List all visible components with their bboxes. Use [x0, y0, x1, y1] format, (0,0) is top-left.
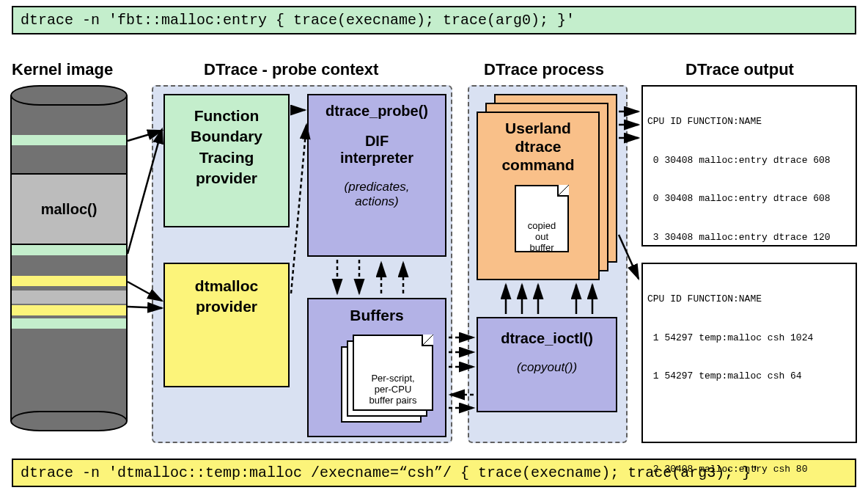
predicates-label: (predicates, actions): [309, 180, 445, 209]
output-row: 1 54297 temp:malloc csh 64: [647, 370, 851, 383]
output-row: 2 30408 malloc:entry csh 80: [647, 463, 851, 476]
buffers-title: Buffers: [309, 307, 445, 324]
output-header: CPU ID FUNCTION:NAME: [647, 293, 851, 306]
dtmalloc-provider: dtmalloc provider: [163, 263, 290, 387]
heading-process: DTrace process: [484, 60, 604, 79]
dtrace-ioctl-box: dtrace_ioctl() (copyout()): [477, 317, 617, 412]
heading-kernel: Kernel image: [12, 60, 113, 79]
paper-fold-icon: [557, 185, 569, 197]
buffer-paper-front: Per-script, per-CPU buffer pairs: [353, 335, 433, 411]
copyout-label: (copyout()): [478, 360, 616, 375]
output-top: CPU ID FUNCTION:NAME 0 30408 malloc:entr…: [641, 85, 857, 246]
userland-front: Userland dtrace command copied out buffe…: [477, 112, 600, 280]
malloc-label: malloc(): [12, 173, 126, 245]
output-row: 3 30408 malloc:entry dtrace 120: [647, 231, 851, 244]
dtrace-probe-box: dtrace_probe() DIF interpreter (predicat…: [307, 94, 446, 257]
output-bottom: CPU ID FUNCTION:NAME 1 54297 temp:malloc…: [641, 263, 857, 443]
copied-buffer-paper: copied out buffer: [515, 185, 569, 252]
paper-fold-icon: [422, 335, 433, 346]
output-row: 0 30408 malloc:entry dtrace 608: [647, 154, 851, 167]
output-row: 1 54297 temp:malloc csh 1024: [647, 332, 851, 345]
dif-interpreter-label: DIF interpreter: [309, 133, 445, 167]
kernel-image: malloc(): [10, 85, 128, 431]
output-header: CPU ID FUNCTION:NAME: [647, 115, 851, 128]
buffer-note: Per-script, per-CPU buffer pairs: [369, 373, 417, 406]
output-row: 0 30408 malloc:entry dtrace 608: [647, 192, 851, 205]
userland-label: Userland dtrace command: [478, 119, 598, 175]
fbt-provider: Function Boundary Tracing provider: [163, 94, 290, 227]
command-top: dtrace -n 'fbt::malloc:entry { trace(exe…: [12, 6, 856, 34]
buffers-box: Buffers Per-script, per-CPU buffer pairs: [307, 298, 446, 437]
heading-probe-context: DTrace - probe context: [204, 60, 378, 79]
copied-buffer-label: copied out buffer: [528, 220, 556, 253]
ioctl-label: dtrace_ioctl(): [478, 330, 616, 347]
dtrace-probe-label: dtrace_probe(): [309, 103, 445, 120]
heading-output: DTrace output: [685, 60, 794, 79]
